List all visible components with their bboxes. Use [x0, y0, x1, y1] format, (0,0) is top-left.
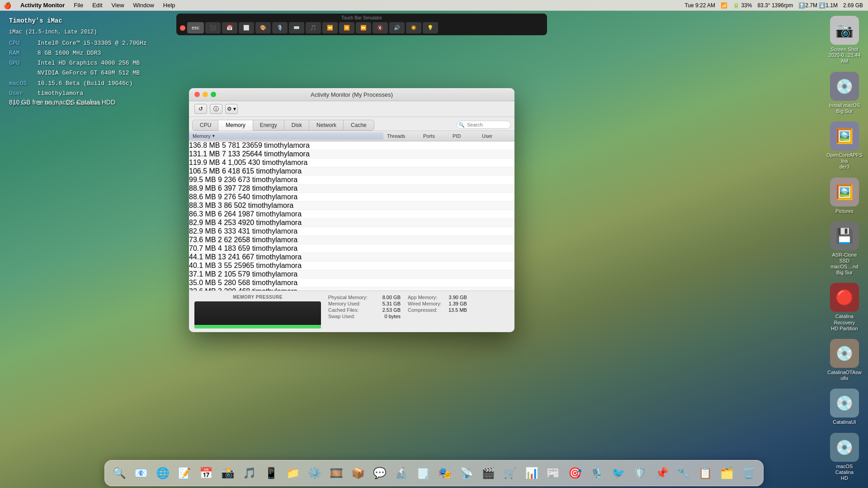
menu-app-name[interactable]: Activity Monitor: [17, 1, 68, 9]
desktop-icon-3[interactable]: 🖼️ Pictures: [826, 178, 863, 214]
dock-item-activity-monitor[interactable]: 🔬: [392, 463, 411, 483]
dock-item-mission-control[interactable]: 🎯: [565, 463, 585, 483]
touchbar-btn-5[interactable]: 🎙️: [272, 22, 288, 33]
dock-item-safari[interactable]: 🌐: [153, 463, 173, 483]
touchbar-btn-13[interactable]: ☀️: [406, 22, 421, 33]
table-row[interactable]: 73.6 MB 2 62 2658 timothylamora: [189, 236, 514, 244]
table-row[interactable]: 44.1 MB 13 241 667 timothylamora: [189, 253, 514, 262]
dock-item-appstore[interactable]: 📦: [348, 463, 368, 483]
search-input[interactable]: [457, 121, 511, 129]
desktop-icon-8[interactable]: 💿 macOS CatalinaHD: [826, 433, 863, 482]
table-row[interactable]: 32.6 MB 3 209 468 timothylamora: [189, 287, 514, 291]
menu-window[interactable]: Window: [130, 1, 158, 9]
dock-item-numbers[interactable]: 📊: [522, 463, 542, 483]
apple-logo-icon[interactable]: 🍎: [4, 2, 11, 9]
dock-item-launchpad[interactable]: 🎭: [435, 463, 455, 483]
dock-item-quicktime[interactable]: 🎞️: [326, 463, 346, 483]
dock-item-imovie[interactable]: 🎬: [478, 463, 498, 483]
touchbar-btn-2[interactable]: 📅: [222, 22, 237, 33]
dock-item-mas[interactable]: 🛒: [500, 463, 520, 483]
table-row[interactable]: 99.5 MB 9 236 673 timothylamora: [189, 176, 514, 184]
desktop-icon-4[interactable]: 💾 ASR-Clone SSDmacOS....nd Big Sur: [826, 221, 863, 276]
table-row[interactable]: 82.9 MB 6 333 431 timothylamora: [189, 227, 514, 236]
th-user[interactable]: User: [478, 132, 514, 140]
menu-view[interactable]: View: [108, 1, 128, 9]
dock-item-facetime[interactable]: 💬: [370, 463, 390, 483]
th-pid[interactable]: PID: [449, 132, 478, 140]
touchbar-btn-11[interactable]: 🔇: [373, 22, 388, 33]
table-row[interactable]: 37.1 MB 2 105 579 timothylamora: [189, 270, 514, 279]
th-ports[interactable]: Ports: [420, 132, 449, 140]
touchbar-btn-1[interactable]: ⬛: [205, 22, 221, 33]
menu-edit[interactable]: Edit: [89, 1, 106, 9]
dock-item-finder[interactable]: 🔍: [109, 463, 129, 483]
dock-item-mail[interactable]: 📧: [131, 463, 151, 483]
touchbar-btn-12[interactable]: 🔊: [389, 22, 405, 33]
table-row[interactable]: 35.0 MB 5 280 568 timothylamora: [189, 279, 514, 287]
table-row[interactable]: 88.3 MB 3 86 502 timothylamora: [189, 202, 514, 210]
touchbar-btn-4[interactable]: 🎨: [255, 22, 271, 33]
desktop-icon-2[interactable]: 🖼️ OpenCoreAPFSloader3: [826, 122, 863, 170]
tab-energy[interactable]: Energy: [252, 120, 285, 131]
touchbar-btn-3[interactable]: ⬜: [239, 22, 254, 33]
touchbar-btn-7[interactable]: 🎵: [306, 22, 321, 33]
dock-item-files[interactable]: 📁: [283, 463, 303, 483]
table-row[interactable]: 131.1 MB 7 133 25644 timothylamora: [189, 150, 514, 159]
desktop-icon-0[interactable]: 📷 Screen Shot2020-0...21.44 AM: [826, 16, 863, 65]
desktop-icon-7[interactable]: 💿 CatalinaUI: [826, 389, 863, 425]
dock-item-podcasts[interactable]: 🎙️: [587, 463, 607, 483]
touchbar-btn-6[interactable]: ⌨️: [289, 22, 304, 33]
dock-item-music[interactable]: 🎵: [240, 463, 259, 483]
touchbar-btn-10[interactable]: ⏩: [356, 22, 371, 33]
activity-monitor-window: Activity Monitor (My Processes) ↺ ⓘ ⚙ ▾ …: [189, 88, 514, 332]
th-memory[interactable]: Memory ▼: [189, 132, 383, 140]
table-row[interactable]: 88.9 MB 6 397 728 timothylamora: [189, 184, 514, 193]
toolbar-refresh-button[interactable]: ↺: [194, 104, 207, 114]
touchbar-btn-9[interactable]: ⏸️: [339, 22, 354, 33]
window-close-button[interactable]: [194, 92, 200, 97]
menu-help[interactable]: Help: [160, 1, 179, 9]
dock-item-tweetbot[interactable]: 🐦: [609, 463, 628, 483]
touchbar-close-icon[interactable]: [180, 25, 185, 31]
th-threads[interactable]: Threads: [383, 132, 420, 140]
table-body[interactable]: 136.8 MB 5 781 23659 timothylamora 131.1…: [189, 141, 514, 291]
tab-cache[interactable]: Cache: [343, 120, 374, 131]
toolbar-settings-button[interactable]: ⚙ ▾: [225, 104, 238, 114]
dock-item-utilities[interactable]: 🔧: [674, 463, 693, 483]
touchbar-btn-14[interactable]: 💡: [423, 22, 438, 33]
tab-disk[interactable]: Disk: [284, 120, 310, 131]
window-maximize-button[interactable]: [211, 92, 216, 97]
desktop-icon-6[interactable]: 💿 CatalinaOTAswufix: [826, 339, 863, 381]
table-row[interactable]: 106.5 MB 6 418 615 timothylamora: [189, 167, 514, 176]
table-row[interactable]: 40.1 MB 3 55 25965 timothylamora: [189, 262, 514, 270]
table-row[interactable]: 86.3 MB 6 264 1987 timothylamora: [189, 210, 514, 219]
dock-item-security[interactable]: 🛡️: [630, 463, 650, 483]
dock-item-messages[interactable]: 📱: [261, 463, 281, 483]
table-row[interactable]: 70.7 MB 4 183 659 timothylamora: [189, 244, 514, 253]
dock-item-maps[interactable]: 📌: [652, 463, 672, 483]
menu-file[interactable]: File: [70, 1, 87, 9]
desktop-icon-5[interactable]: 🔴 Catalina RecoveryHD Partition: [826, 283, 863, 332]
dock-item-trash[interactable]: 🗑️: [739, 463, 759, 483]
desktop-icon-1[interactable]: 💿 Install macOS Big Sur: [826, 72, 863, 114]
dock-item-settings[interactable]: ⚙️: [305, 463, 325, 483]
table-row[interactable]: 119.9 MB 4 1,005 430 timothylamora: [189, 159, 514, 167]
tab-network[interactable]: Network: [309, 120, 344, 131]
dock-item-finder2[interactable]: 🗂️: [717, 463, 737, 483]
table-row[interactable]: 88.6 MB 9 276 540 timothylamora: [189, 193, 514, 202]
dock-item-clipboard[interactable]: 📋: [695, 463, 715, 483]
dock-item-notes[interactable]: 📝: [175, 463, 194, 483]
toolbar-info-button[interactable]: ⓘ: [210, 104, 222, 114]
tab-cpu[interactable]: CPU: [192, 120, 219, 131]
table-row[interactable]: 82.9 MB 4 253 4920 timothylamora: [189, 219, 514, 227]
tab-memory[interactable]: Memory: [218, 120, 253, 131]
dock-item-calendar[interactable]: 📅: [196, 463, 216, 483]
dock-item-photos[interactable]: 📸: [218, 463, 238, 483]
window-minimize-button[interactable]: [203, 92, 208, 97]
dock-item-reminders[interactable]: 🗒️: [413, 463, 433, 483]
table-row[interactable]: 136.8 MB 5 781 23659 timothylamora: [189, 141, 514, 150]
dock-item-network[interactable]: 📡: [457, 463, 476, 483]
touchbar-btn-8[interactable]: ⏪: [322, 22, 338, 33]
touchbar-esc[interactable]: esc: [187, 22, 204, 33]
dock-item-news[interactable]: 📰: [543, 463, 563, 483]
